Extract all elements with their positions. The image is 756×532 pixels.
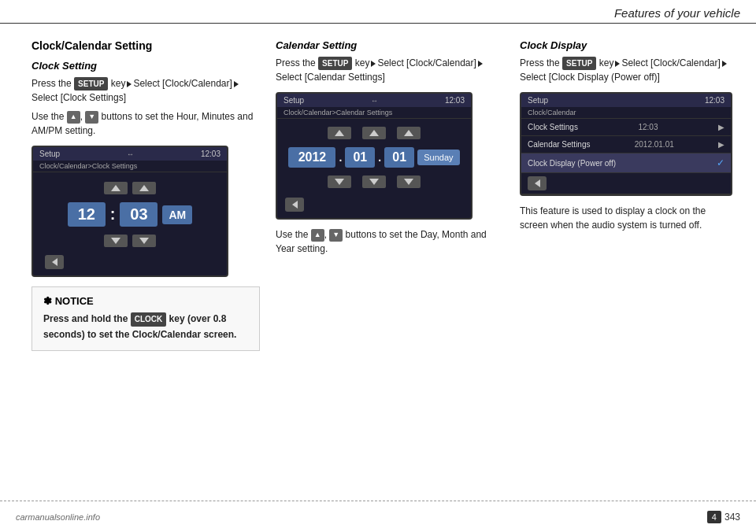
clock-text1: Press the [32, 78, 72, 89]
settings-item-1-arrow: ▶ [718, 123, 724, 131]
screen2-body: 2012 . 01 . 01 Sunday [277, 119, 471, 218]
screen1-time-row: 12 : 03 AM [68, 202, 192, 227]
middle-column: Calendar Setting Press the SETUP keySele… [276, 39, 504, 485]
cal-setting-title: Calendar Setting [276, 39, 504, 51]
screen2-day: 01 [384, 147, 414, 168]
left-column: Clock/Calendar Setting Clock Setting Pre… [32, 39, 260, 485]
header-title: Features of your vehicle [614, 6, 740, 20]
screen3-header: Setup 12:03 [521, 94, 731, 107]
cal-text1: Press the [276, 57, 316, 68]
screen2-subheader: Clock/Calendar>Calendar Settings [277, 107, 471, 119]
page-header: Features of your vehicle [0, 0, 756, 24]
screen2-down-row [328, 175, 421, 188]
footer-logo: carmanualsonline.info [16, 512, 100, 522]
screen1-header: Setup ↔ 12:03 [33, 147, 227, 161]
settings-item-1[interactable]: Clock Settings 12:03 ▶ [521, 119, 731, 136]
min-up-btn[interactable] [132, 182, 156, 194]
clock-settings-screen: Setup ↔ 12:03 Clock/Calendar>Clock Setti… [32, 146, 228, 277]
notice-title: ✽ NOTICE [43, 295, 248, 307]
setup-badge-1: SETUP [74, 77, 108, 91]
clock-display-title: Clock Display [520, 39, 732, 51]
screen2-date-row: 2012 . 01 . 01 Sunday [288, 147, 459, 168]
screen2-up-row [328, 127, 421, 139]
notice-label: NOTICE [55, 295, 94, 307]
notice-text1: Press and hold the [43, 313, 128, 324]
page-num-prefix: 4 [707, 511, 721, 523]
screen3-header-left: Setup [528, 96, 548, 105]
screen2-year: 2012 [288, 147, 335, 168]
page-number: 4 343 [707, 511, 740, 523]
left-section-title: Clock/Calendar Setting [32, 39, 260, 52]
screen3-subheader: Clock/Calendar [521, 107, 731, 119]
clock-display-description: Press the SETUP keySelect [Clock/Calenda… [520, 56, 732, 84]
month-down-btn[interactable] [362, 175, 386, 188]
screen2-header: Setup ↔ 12:03 [277, 94, 471, 107]
day-up-btn[interactable] [397, 127, 421, 139]
settings-item-3-label: Clock Display (Power off) [528, 159, 616, 168]
screen1-header-right: 12:03 [201, 150, 220, 158]
screen1-up-row [104, 182, 156, 194]
setup-badge-2: SETUP [318, 57, 352, 70]
right-column: Clock Display Press the SETUP keySelect … [520, 39, 732, 485]
screen1-header-left: Setup [39, 150, 60, 158]
settings-item-2-value: 2012.01.01 [635, 140, 674, 149]
screen2-header-right: 12:03 [445, 96, 465, 105]
clock-display-screen: Setup 12:03 Clock/Calendar Clock Setting… [520, 92, 732, 196]
settings-item-2-arrow: ▶ [718, 140, 724, 149]
screen2-back-btn[interactable] [285, 198, 304, 212]
screen1-hour: 12 [68, 202, 106, 227]
screen1-down-row [104, 235, 156, 247]
notice-box: ✽ NOTICE Press and hold the CLOCK key (o… [32, 286, 260, 350]
down-btn-inline: ▼ [85, 111, 98, 124]
screen3-header-right: 12:03 [705, 96, 724, 105]
settings-item-3-check: ✓ [717, 157, 724, 168]
clock-setting-description: Press the SETUP keySelect [Clock/Calenda… [32, 76, 260, 105]
screen2-header-left: Setup [284, 96, 304, 105]
calendar-settings-screen: Setup ↔ 12:03 Clock/Calendar>Calendar Se… [276, 92, 472, 220]
settings-item-1-value: 12:03 [638, 123, 658, 131]
screen1-separator: : [110, 205, 116, 224]
screen3-back-btn[interactable] [528, 176, 547, 190]
screen1-ampm: AM [162, 205, 192, 224]
main-content: Clock/Calendar Setting Clock Setting Pre… [0, 24, 756, 493]
screen2-month: 01 [345, 147, 375, 168]
settings-list: Clock Settings 12:03 ▶ Calendar Settings… [521, 119, 731, 194]
settings-back-row [521, 173, 731, 194]
screen1-min: 03 [120, 202, 158, 227]
up-btn-inline-2: ▲ [311, 229, 324, 242]
settings-item-3[interactable]: Clock Display (Power off) ✓ [521, 153, 731, 173]
screen1-subheader: Clock/Calendar>Clock Settings [33, 161, 227, 172]
up-btn-inline: ▲ [67, 111, 80, 124]
cal-use-description: Use the ▲, ▼ buttons to set the Day, Mon… [276, 227, 504, 256]
clock-badge: CLOCK [131, 312, 167, 327]
setup-badge-3: SETUP [562, 57, 596, 70]
month-up-btn[interactable] [362, 127, 386, 139]
clock-display-desc: This feature is used to display a clock … [520, 204, 732, 232]
hour-down-btn[interactable] [104, 235, 128, 247]
hour-up-btn[interactable] [104, 182, 128, 194]
year-down-btn[interactable] [328, 175, 351, 188]
screen1-body: 12 : 03 AM [33, 172, 227, 275]
cal-setting-description: Press the SETUP keySelect [Clock/Calenda… [276, 56, 504, 84]
clock-setting-title: Clock Setting [32, 60, 260, 72]
day-down-btn[interactable] [397, 175, 421, 188]
year-up-btn[interactable] [328, 127, 351, 139]
settings-item-1-label: Clock Settings [528, 123, 578, 131]
notice-body: Press and hold the CLOCK key (over 0.8 s… [43, 312, 248, 342]
screen1-back-btn[interactable] [45, 255, 64, 269]
min-down-btn[interactable] [132, 235, 156, 247]
notice-symbol: ✽ [43, 295, 52, 307]
page-footer: carmanualsonline.info 4 343 [0, 501, 756, 532]
down-btn-inline-2: ▼ [329, 229, 343, 242]
page-num-value: 343 [724, 512, 740, 523]
settings-item-2[interactable]: Calendar Settings 2012.01.01 ▶ [521, 136, 731, 153]
disp-text1: Press the [520, 57, 560, 68]
clock-use-description: Use the ▲, ▼ buttons to set the Hour, Mi… [32, 109, 260, 138]
settings-item-2-label: Calendar Settings [528, 140, 591, 149]
screen2-weekday: Sunday [417, 150, 459, 165]
